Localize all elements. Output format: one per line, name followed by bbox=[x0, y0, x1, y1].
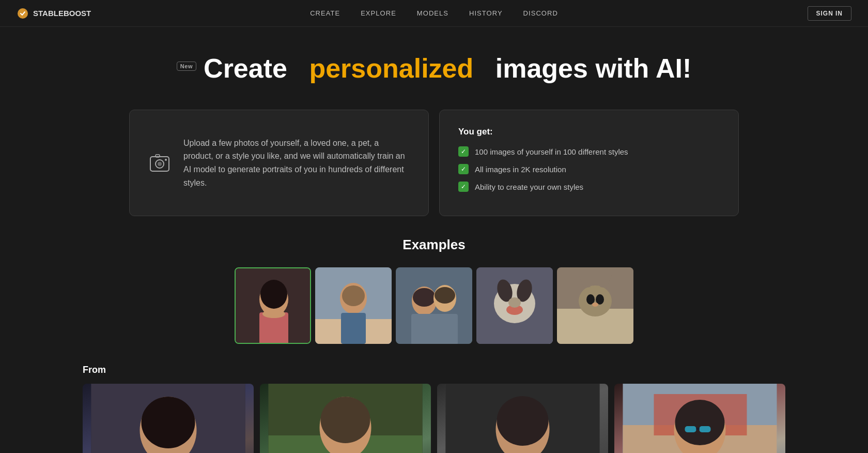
from-title: From bbox=[83, 365, 785, 375]
example-thumb-2[interactable] bbox=[315, 267, 392, 344]
svg-rect-62 bbox=[700, 426, 711, 432]
hero-title: New Create personalized images with AI! bbox=[0, 53, 868, 84]
nav-models[interactable]: MODELS bbox=[417, 9, 448, 17]
hero-section: New Create personalized images with AI! bbox=[0, 27, 868, 99]
svg-point-3 bbox=[158, 162, 162, 166]
title-prefix: Create bbox=[204, 53, 287, 84]
svg-rect-16 bbox=[341, 313, 366, 344]
from-section: From bbox=[0, 354, 868, 453]
from-grid bbox=[83, 384, 785, 453]
upload-description: Upload a few photos of yourself, a loved… bbox=[183, 137, 410, 189]
svg-rect-61 bbox=[685, 426, 696, 432]
logo-icon bbox=[17, 7, 29, 20]
camera-icon bbox=[148, 152, 171, 174]
nav-discord[interactable]: DISCORD bbox=[523, 9, 558, 17]
example-image-1 bbox=[236, 268, 310, 343]
examples-title: Examples bbox=[0, 237, 868, 253]
from-thumb-4 bbox=[614, 384, 785, 453]
nav-explore[interactable]: EXPLORE bbox=[361, 9, 396, 17]
nav-links: CREATE EXPLORE MODELS HISTORY DISCORD bbox=[310, 9, 558, 17]
benefit-label-1: 100 images of yourself in 100 different … bbox=[475, 147, 628, 156]
example-thumb-3[interactable] bbox=[396, 267, 472, 344]
new-badge: New bbox=[177, 62, 196, 71]
svg-point-40 bbox=[142, 397, 195, 448]
title-suffix: images with AI! bbox=[495, 53, 691, 84]
benefit-label-3: Ability to create your own styles bbox=[475, 183, 583, 191]
benefit-item-3: ✓ Ability to create your own styles bbox=[458, 182, 720, 192]
example-image-2 bbox=[315, 267, 392, 344]
svg-rect-22 bbox=[411, 314, 458, 344]
svg-point-36 bbox=[592, 303, 598, 307]
examples-row bbox=[0, 267, 868, 344]
examples-section: Examples bbox=[0, 216, 868, 354]
svg-point-19 bbox=[413, 288, 436, 307]
svg-point-15 bbox=[342, 285, 365, 306]
benefit-item-2: ✓ All images in 2K resolution bbox=[458, 164, 720, 174]
nav-history[interactable]: HISTORY bbox=[469, 9, 503, 17]
example-image-5 bbox=[557, 267, 633, 344]
nav-create[interactable]: CREATE bbox=[310, 9, 340, 17]
example-image-4 bbox=[476, 267, 553, 344]
check-icon-3: ✓ bbox=[458, 182, 469, 192]
logo[interactable]: STABLEBOOST bbox=[17, 7, 91, 20]
svg-point-21 bbox=[435, 287, 455, 304]
benefits-title: You get: bbox=[458, 127, 720, 137]
svg-rect-4 bbox=[156, 155, 160, 157]
cards-row: Upload a few photos of yourself, a loved… bbox=[0, 110, 868, 216]
svg-point-0 bbox=[18, 8, 28, 19]
navbar: STABLEBOOST CREATE EXPLORE MODELS HISTOR… bbox=[0, 0, 868, 27]
benefit-item-1: ✓ 100 images of yourself in 100 differen… bbox=[458, 146, 720, 157]
svg-point-31 bbox=[579, 285, 612, 316]
svg-point-28 bbox=[508, 297, 521, 308]
svg-rect-63 bbox=[696, 428, 700, 430]
svg-point-52 bbox=[497, 396, 549, 446]
title-highlight: personalized bbox=[309, 53, 473, 84]
from-thumb-1 bbox=[83, 384, 254, 453]
svg-point-47 bbox=[321, 397, 370, 443]
example-image-3 bbox=[396, 267, 472, 344]
svg-point-59 bbox=[675, 400, 725, 445]
check-icon-1: ✓ bbox=[458, 146, 469, 157]
example-thumb-5[interactable] bbox=[557, 267, 633, 344]
brand-name: STABLEBOOST bbox=[33, 9, 91, 18]
check-icon-2: ✓ bbox=[458, 164, 469, 174]
benefits-card: You get: ✓ 100 images of yourself in 100… bbox=[439, 110, 739, 216]
example-thumb-1[interactable] bbox=[235, 267, 311, 344]
benefit-label-2: All images in 2K resolution bbox=[475, 165, 566, 174]
from-thumb-3 bbox=[437, 384, 608, 453]
example-thumb-4[interactable] bbox=[476, 267, 553, 344]
from-thumb-2 bbox=[260, 384, 431, 453]
svg-point-11 bbox=[262, 310, 285, 318]
sign-in-button[interactable]: SIGN IN bbox=[808, 6, 851, 21]
svg-point-5 bbox=[165, 159, 167, 161]
svg-point-9 bbox=[260, 280, 287, 309]
upload-card: Upload a few photos of yourself, a loved… bbox=[129, 110, 429, 216]
